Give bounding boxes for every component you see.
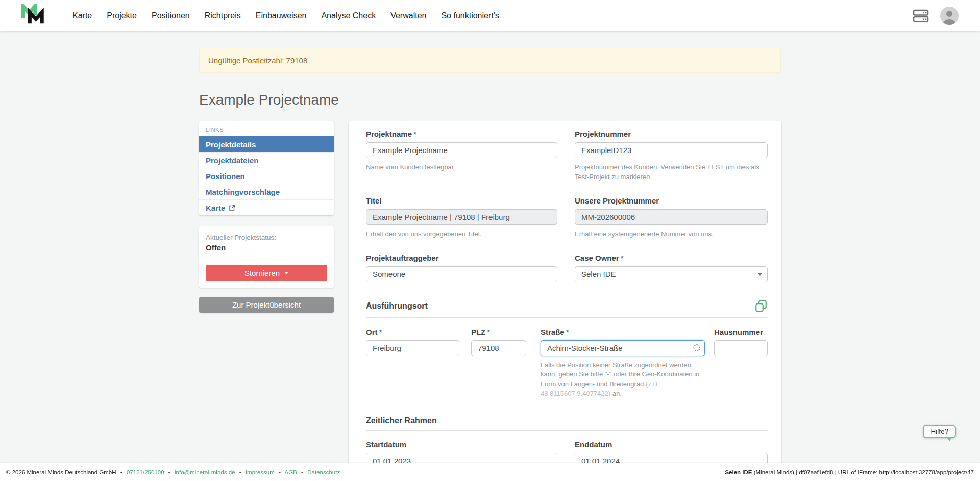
loading-spinner-icon: [693, 344, 700, 351]
section-divider: [366, 317, 768, 318]
navbar-right: [913, 7, 959, 25]
copy-address-button[interactable]: [754, 299, 768, 313]
nav-item-karte[interactable]: Karte: [72, 11, 92, 20]
server-icon[interactable]: [913, 9, 929, 23]
section-divider: [366, 430, 768, 431]
nav-item-positionen[interactable]: Positionen: [152, 11, 190, 20]
top-navbar: Karte Projekte Positionen Richtpreis Ein…: [0, 0, 980, 31]
required-marker: *: [413, 130, 416, 138]
ort-label: Ort*: [366, 327, 459, 336]
links-header: LINKS: [199, 121, 334, 136]
stornieren-button-label: Stornieren: [244, 269, 280, 277]
footer-link-agb[interactable]: AGB: [285, 469, 297, 475]
footer-link-impressum[interactable]: Impressum: [246, 469, 275, 475]
sidebar-item-label: Projektdateien: [206, 156, 258, 165]
case-owner-selected-value: Selen IDE: [581, 270, 616, 279]
sidebar-item-label: Matchingvorschläge: [206, 188, 280, 196]
status-label: Aktueller Projektstatus:: [206, 234, 327, 241]
plz-input[interactable]: [471, 340, 526, 356]
footer-separator: •: [168, 469, 170, 475]
required-marker: *: [621, 254, 624, 262]
sidebar-item-label: Positionen: [206, 172, 245, 181]
mineral-minds-logo[interactable]: [20, 4, 45, 28]
nav-item-projekte[interactable]: Projekte: [107, 11, 137, 20]
titel-label: Titel: [366, 196, 557, 205]
sidebar-item-label: Projektdetails: [206, 140, 256, 149]
hausnummer-label: Hausnummer: [714, 327, 768, 336]
links-card: LINKS Projektdetails Projektdateien Posi…: [199, 121, 334, 215]
status-divider: [206, 258, 327, 258]
external-link-icon: [229, 205, 235, 211]
unsere-projektnummer-help: Erhält eine systemgenerierte Nummer von …: [575, 230, 768, 239]
stornieren-button[interactable]: Stornieren: [206, 265, 327, 281]
plz-label: PLZ*: [471, 327, 526, 336]
zeitlicher-rahmen-heading: Zeitlicher Rahmen: [366, 416, 437, 425]
projektname-label: Projektname*: [366, 130, 557, 138]
nav-item-richtpreis[interactable]: Richtpreis: [205, 11, 241, 20]
main-navigation: Karte Projekte Positionen Richtpreis Ein…: [72, 11, 499, 20]
projektauftraggeber-label: Projektauftraggeber: [366, 254, 557, 262]
sidebar-item-label: Karte: [206, 204, 225, 212]
projektname-input[interactable]: [366, 142, 557, 158]
page-title: Example Projectname: [199, 92, 781, 108]
nav-item-verwalten[interactable]: Verwalten: [390, 11, 426, 20]
sidebar-item-projektdateien[interactable]: Projektdateien: [199, 152, 334, 168]
required-marker: *: [566, 327, 569, 336]
hilfe-button[interactable]: Hilfe?: [923, 425, 956, 438]
hilfe-button-label: Hilfe?: [930, 427, 948, 435]
titel-input: [366, 209, 557, 225]
footer-user: Selen IDE: [725, 469, 752, 475]
project-details-card: Projektname* Name vom Kunden festlegbar …: [349, 121, 781, 481]
projektnummer-help: Projektnummer des Kunden. Verwenden Sie …: [575, 163, 768, 182]
case-owner-label: Case Owner*: [575, 254, 768, 262]
status-value: Offen: [206, 243, 327, 252]
footer-link-email[interactable]: info@mineral-minds.de: [175, 469, 235, 475]
project-status-card: Aktueller Projektstatus: Offen Storniere…: [199, 226, 334, 288]
footer-link-datenschutz[interactable]: Datenschutz: [307, 469, 340, 475]
ort-input[interactable]: [366, 340, 459, 356]
title-divider: [199, 114, 781, 114]
projektauftraggeber-input[interactable]: [366, 266, 557, 282]
footer-left: © 2026 Mineral Minds Deutschland GmbH • …: [6, 469, 340, 475]
enddatum-label: Enddatum: [575, 440, 768, 449]
ausfuehrungsort-heading: Ausführungsort: [366, 301, 428, 311]
nav-item-analyse-check[interactable]: Analyse Check: [321, 11, 376, 20]
footer-separator: •: [279, 469, 281, 475]
hausnummer-input[interactable]: [714, 340, 768, 356]
strasse-input[interactable]: [541, 340, 705, 356]
user-avatar-icon[interactable]: [940, 7, 959, 25]
strasse-label: Straße*: [541, 327, 705, 336]
strasse-help: Falls die Position keiner Straße zugeord…: [541, 361, 705, 399]
sidebar-item-positionen[interactable]: Positionen: [199, 168, 334, 184]
logo-icon: [20, 4, 45, 28]
warning-alert-text: Ungültige Postleitzahl: 79108: [208, 56, 307, 65]
warning-alert: Ungültige Postleitzahl: 79108: [199, 48, 781, 73]
case-owner-select[interactable]: Selen IDE: [575, 266, 768, 282]
sidebar: LINKS Projektdetails Projektdateien Posi…: [199, 121, 334, 313]
footer-copyright: © 2026 Mineral Minds Deutschland GmbH: [6, 469, 116, 475]
sidebar-item-projektdetails[interactable]: Projektdetails: [199, 136, 334, 152]
required-marker: *: [379, 327, 382, 336]
zur-projektuebersicht-label: Zur Projektübersicht: [232, 300, 301, 309]
sidebar-item-karte[interactable]: Karte: [199, 199, 334, 215]
footer-separator: •: [301, 469, 303, 475]
chevron-down-icon: [758, 273, 762, 276]
unsere-projektnummer-input: [575, 209, 768, 225]
copy-icon: [754, 307, 768, 314]
chevron-down-icon: [284, 272, 288, 274]
nav-item-so-funktionierts[interactable]: So funktioniert's: [441, 11, 499, 20]
footer: © 2026 Mineral Minds Deutschland GmbH • …: [0, 463, 980, 481]
zur-projektuebersicht-button[interactable]: Zur Projektübersicht: [199, 297, 334, 313]
footer-separator: •: [239, 469, 241, 475]
sidebar-item-matchingvorschlaege[interactable]: Matchingvorschläge: [199, 184, 334, 199]
projektname-help: Name vom Kunden festlegbar: [366, 163, 557, 172]
projektnummer-input[interactable]: [575, 142, 768, 158]
footer-link-phone[interactable]: 07151/250100: [127, 469, 164, 475]
footer-separator: •: [120, 469, 122, 475]
titel-help: Erhält den von uns vorgegebenen Titel.: [366, 230, 557, 239]
nav-item-einbauweisen[interactable]: Einbauweisen: [256, 11, 307, 20]
unsere-projektnummer-label: Unsere Projektnummer: [575, 196, 768, 205]
projektnummer-label: Projektnummer: [575, 130, 768, 138]
footer-session-details: (Mineral Minds) | df07aaf1efd8 | URL of …: [752, 469, 974, 475]
required-marker: *: [487, 327, 490, 336]
